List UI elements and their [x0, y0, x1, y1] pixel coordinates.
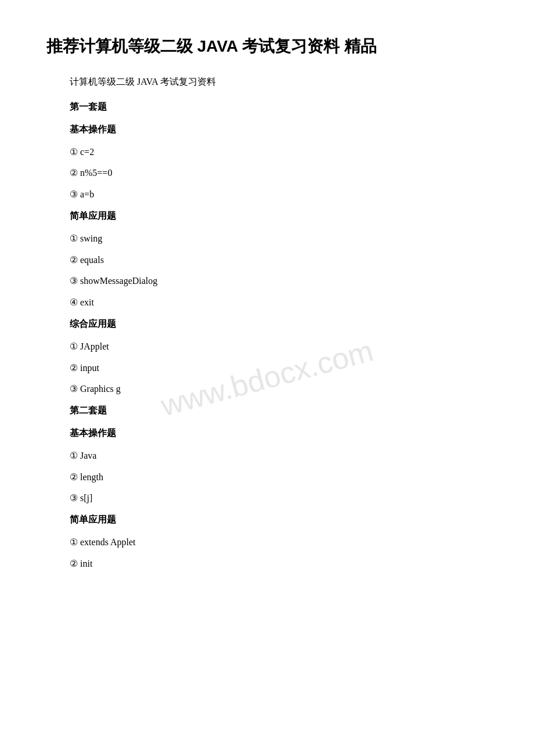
list-item: ① Java: [70, 448, 488, 465]
list-item: ① JApplet: [70, 339, 488, 355]
list-item: ④ exit: [70, 294, 488, 311]
set1-simple-apps-label: 简单应用题: [70, 208, 488, 225]
set1-label: 第一套题: [70, 99, 488, 116]
list-item: ③ showMessageDialog: [70, 273, 488, 290]
set2-basic-ops-label: 基本操作题: [70, 425, 488, 442]
set1-simple-apps-list: ① swing ② equals ③ showMessageDialog ④ e…: [70, 231, 488, 311]
set1-comprehensive-list: ① JApplet ② input ③ Graphics g: [70, 339, 488, 398]
list-item: ② n%5==0: [70, 165, 488, 182]
set2-label: 第二套题: [70, 402, 488, 419]
list-item: ② init: [70, 556, 488, 573]
list-item: ③ Graphics g: [70, 381, 488, 398]
set2-basic-ops-list: ① Java ② length ③ s[j]: [70, 448, 488, 507]
list-item: ③ a=b: [70, 186, 488, 203]
list-item: ② input: [70, 360, 488, 377]
set1-basic-ops-label: 基本操作题: [70, 121, 488, 138]
list-item: ① c=2: [70, 144, 488, 161]
list-item: ② equals: [70, 252, 488, 269]
set2-simple-apps-list: ① extends Applet ② init: [70, 534, 488, 573]
set2-simple-apps-label: 简单应用题: [70, 512, 488, 528]
page-title: 推荐计算机等级二级 JAVA 考试复习资料 精品: [46, 35, 488, 57]
list-item: ① swing: [70, 231, 488, 247]
list-item: ② length: [70, 469, 488, 486]
set1-comprehensive-label: 综合应用题: [70, 316, 488, 333]
list-item: ① extends Applet: [70, 534, 488, 551]
list-item: ③ s[j]: [70, 490, 488, 507]
content-area: 计算机等级二级 JAVA 考试复习资料 第一套题 基本操作题 ① c=2 ② n…: [46, 74, 488, 572]
set1-basic-ops-list: ① c=2 ② n%5==0 ③ a=b: [70, 144, 488, 203]
intro-text: 计算机等级二级 JAVA 考试复习资料: [70, 74, 488, 91]
